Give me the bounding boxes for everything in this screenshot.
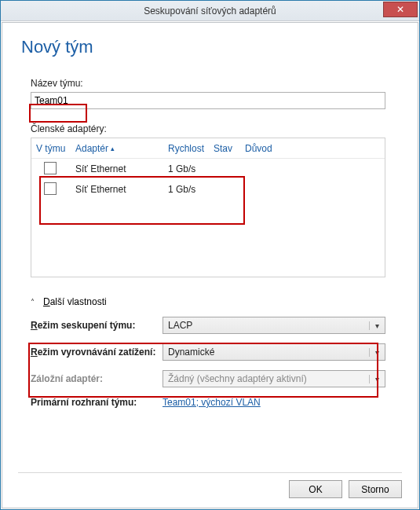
table-header-row: V týmu Adaptér Rychlost Stav Důvod [31,138,385,159]
table-row[interactable]: Síť Ethernet 1 Gb/s [31,159,385,179]
close-button[interactable]: ✕ [383,2,418,17]
standby-adapter-label: Záložní adaptér: [31,373,163,384]
primary-interface-link[interactable]: Team01; výchozí VLAN [163,397,261,408]
cell-adapter: Síť Ethernet [75,163,168,174]
dialog-window: Seskupování síťových adaptérů ✕ Nový tým… [0,0,420,510]
properties-panel: Režim seskupení týmu: LACP ▾ Režim vyrov… [31,314,385,414]
ok-button[interactable]: OK [289,480,342,498]
teaming-mode-select[interactable]: LACP ▾ [163,317,385,334]
divider [18,472,402,473]
cell-speed: 1 Gb/s [168,163,214,174]
col-reason[interactable]: Důvod [245,143,380,154]
teaming-mode-row: Režim seskupení týmu: LACP ▾ [31,314,385,337]
cell-speed: 1 Gb/s [168,184,214,195]
adapters-table: V týmu Adaptér Rychlost Stav Důvod Síť E… [31,138,385,277]
standby-adapter-row: Záložní adaptér: Žádný (všechny adaptéry… [31,367,385,391]
more-properties-toggle[interactable]: ˄ Další vlastnosti [31,296,400,307]
chevron-down-icon: ▾ [369,321,382,330]
col-state[interactable]: Stav [214,143,245,154]
cell-in-team [36,162,75,177]
standby-adapter-value: Žádný (všechny adaptéry aktivní) [168,373,307,384]
standby-adapter-select: Žádný (všechny adaptéry aktivní) ▾ [163,370,385,387]
cell-in-team [36,182,75,197]
titlebar: Seskupování síťových adaptérů ✕ [1,1,419,21]
cancel-button[interactable]: Storno [349,480,402,498]
chevron-down-icon: ▾ [369,375,382,383]
teaming-mode-label: Režim seskupení týmu: [31,320,163,331]
button-bar: OK Storno [289,480,402,498]
balancing-mode-row: Režim vyrovnávání zatížení: Dynamické ▾ [31,337,385,367]
members-label: Členské adaptéry: [31,123,400,134]
cell-adapter: Síť Ethernet [75,184,168,195]
more-properties-label: Další vlastnosti [43,296,107,307]
col-in-team[interactable]: V týmu [36,143,75,154]
primary-interface-label: Primární rozhraní týmu: [31,397,163,408]
chevron-down-icon: ▾ [369,348,382,357]
page-title: Nový tým [21,37,400,57]
window-title: Seskupování síťových adaptérů [1,6,419,17]
primary-interface-row: Primární rozhraní týmu: Team01; výchozí … [31,391,385,414]
team-name-label: Název týmu: [31,78,400,89]
col-adapter[interactable]: Adaptér [75,143,168,154]
client-area: Nový tým Název týmu: Členské adaptéry: V… [2,22,418,508]
balancing-mode-label: Režim vyrovnávání zatížení: [31,347,163,358]
row-checkbox[interactable] [44,182,57,195]
balancing-mode-select[interactable]: Dynamické ▾ [163,343,385,361]
balancing-mode-value: Dynamické [168,347,214,358]
team-name-input[interactable] [31,92,385,109]
row-checkbox[interactable] [44,162,57,174]
teaming-mode-value: LACP [168,320,192,331]
close-icon: ✕ [396,5,404,14]
table-row[interactable]: Síť Ethernet 1 Gb/s [31,179,385,200]
col-speed[interactable]: Rychlost [168,143,214,154]
chevron-up-icon: ˄ [31,298,38,306]
